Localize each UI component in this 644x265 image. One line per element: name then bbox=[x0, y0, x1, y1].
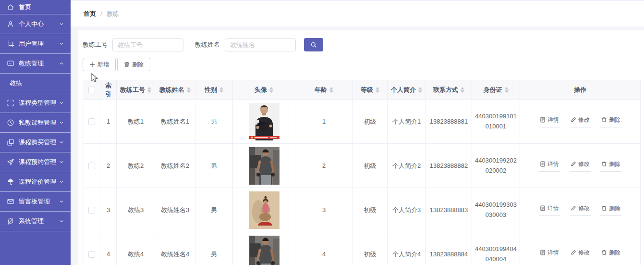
sidebar-item-course-booking-management[interactable]: 课程预约管理 bbox=[0, 152, 71, 172]
sidebar-item-private-course-management[interactable]: 私教课程管理 bbox=[0, 113, 71, 133]
trash-icon bbox=[601, 117, 607, 123]
cell-avatar bbox=[233, 100, 295, 144]
sidebar-item-home[interactable]: 首页 bbox=[0, 0, 71, 14]
cell-level: 初级 bbox=[353, 144, 388, 188]
sidebar-item-coach-management[interactable]: 教练管理 bbox=[0, 54, 71, 74]
cell-age: 2 bbox=[295, 144, 353, 188]
add-button[interactable]: 新增 bbox=[83, 58, 116, 71]
header-intro[interactable]: 个人简介 bbox=[388, 80, 426, 100]
sort-icon[interactable] bbox=[461, 87, 464, 93]
coach-avatar-image[interactable] bbox=[249, 103, 279, 140]
header-level[interactable]: 等级 bbox=[353, 80, 388, 100]
coach-id-input[interactable] bbox=[112, 38, 183, 51]
header-age[interactable]: 年龄 bbox=[295, 80, 353, 100]
trash-icon bbox=[601, 250, 607, 255]
header-label: 个人简介 bbox=[391, 86, 416, 93]
cell-avatar bbox=[233, 144, 295, 188]
coach-id-label: 教练工号 bbox=[83, 40, 108, 49]
coach-avatar-image[interactable] bbox=[249, 236, 279, 265]
detail-button[interactable]: 详情 bbox=[539, 116, 560, 127]
chevron-down-icon bbox=[58, 119, 65, 126]
document-icon bbox=[540, 117, 546, 123]
coach-avatar-image[interactable] bbox=[249, 147, 279, 185]
main-content: 首页 / 教练 教练工号 教练姓名 新增 bbox=[71, 0, 644, 265]
table-row: 3 教练3 教练姓名3 男 bbox=[83, 188, 641, 232]
sort-icon[interactable] bbox=[505, 87, 509, 93]
cell-intro: 个人简介2 bbox=[388, 144, 426, 188]
row-checkbox[interactable] bbox=[88, 251, 95, 258]
chevron-down-icon bbox=[58, 21, 65, 27]
breadcrumb-current: 教练 bbox=[107, 10, 119, 18]
edit-button[interactable]: 修改 bbox=[570, 204, 591, 216]
sidebar-item-label: 留言板管理 bbox=[19, 197, 50, 206]
sidebar: 首页 个人中心 用户管理 教练管理 教练 课程类型管 bbox=[0, 0, 71, 265]
select-all-checkbox[interactable] bbox=[88, 87, 95, 93]
sidebar-item-course-type-management[interactable]: 课程类型管理 bbox=[0, 93, 71, 113]
coach-name-input[interactable] bbox=[225, 38, 296, 51]
header-select-all[interactable] bbox=[83, 80, 100, 100]
sidebar-item-message-board-management[interactable]: 留言板管理 bbox=[0, 192, 71, 212]
sidebar-item-system-management[interactable]: 系统管理 bbox=[0, 212, 71, 231]
sidebar-subitem-coach[interactable]: 教练 bbox=[0, 74, 71, 93]
sort-icon[interactable] bbox=[147, 87, 151, 93]
cell-actions: 详情 修改 删除 bbox=[520, 144, 641, 188]
detail-button[interactable]: 详情 bbox=[539, 204, 560, 216]
sort-icon[interactable] bbox=[269, 87, 273, 93]
breadcrumb-home-link[interactable]: 首页 bbox=[84, 10, 96, 18]
sort-icon[interactable] bbox=[329, 87, 333, 93]
chevron-down-icon bbox=[58, 198, 65, 205]
sidebar-item-course-purchase-management[interactable]: 课程购买管理 bbox=[0, 133, 71, 152]
pen-icon bbox=[571, 161, 576, 167]
pen-icon bbox=[571, 117, 576, 123]
cell-intro: 个人简介1 bbox=[388, 100, 426, 144]
delete-button[interactable]: 删除 bbox=[117, 58, 150, 71]
header-label: 等级 bbox=[361, 86, 373, 93]
row-checkbox[interactable] bbox=[88, 118, 95, 125]
row-delete-button[interactable]: 删除 bbox=[600, 116, 621, 127]
edit-button[interactable]: 修改 bbox=[570, 160, 591, 172]
sort-icon[interactable] bbox=[219, 87, 223, 93]
sort-icon[interactable] bbox=[376, 87, 379, 93]
cell-coach-id: 教练4 bbox=[117, 232, 155, 265]
detail-button[interactable]: 详情 bbox=[539, 249, 560, 260]
row-checkbox[interactable] bbox=[88, 163, 95, 169]
header-avatar[interactable]: 头像 bbox=[233, 80, 295, 100]
document-icon bbox=[540, 205, 546, 211]
sidebar-item-label: 课程类型管理 bbox=[19, 99, 56, 107]
sidebar-item-user-management[interactable]: 用户管理 bbox=[0, 34, 71, 54]
coach-avatar-image[interactable] bbox=[249, 191, 279, 229]
chevron-down-icon bbox=[58, 159, 65, 165]
header-contact[interactable]: 联系方式 bbox=[426, 80, 472, 100]
cell-index: 3 bbox=[100, 188, 117, 232]
header-coach-id[interactable]: 教练工号 bbox=[117, 80, 155, 100]
sidebar-item-course-review-management[interactable]: 课程评价管理 bbox=[0, 172, 71, 192]
row-delete-button[interactable]: 删除 bbox=[600, 249, 621, 260]
header-label: 操作 bbox=[574, 86, 586, 93]
table-row: 2 教练2 教练姓名2 男 bbox=[83, 144, 641, 188]
header-actions: 操作 bbox=[520, 80, 641, 100]
cell-intro: 个人简介4 bbox=[388, 232, 426, 265]
row-delete-button[interactable]: 删除 bbox=[600, 160, 621, 172]
sort-icon[interactable] bbox=[418, 87, 422, 93]
document-icon bbox=[540, 161, 546, 167]
edit-button[interactable]: 修改 bbox=[570, 116, 591, 127]
sidebar-item-label: 教练管理 bbox=[19, 59, 44, 68]
header-coach-name[interactable]: 教练姓名 bbox=[155, 80, 195, 100]
detail-button[interactable]: 详情 bbox=[539, 160, 560, 172]
cell-index: 2 bbox=[100, 144, 117, 188]
header-id-card[interactable]: 身份证 bbox=[472, 80, 520, 100]
row-delete-button[interactable]: 删除 bbox=[600, 204, 621, 216]
cell-contact: 13823888883 bbox=[426, 188, 472, 232]
sidebar-item-personal-center[interactable]: 个人中心 bbox=[0, 14, 71, 34]
sort-icon[interactable] bbox=[187, 87, 191, 93]
plus-icon bbox=[89, 62, 95, 67]
cell-contact: 13823888884 bbox=[426, 232, 472, 265]
header-gender[interactable]: 性别 bbox=[195, 80, 233, 100]
cell-coach-id: 教练3 bbox=[117, 188, 155, 232]
cell-level: 初级 bbox=[353, 100, 388, 144]
search-button[interactable] bbox=[304, 38, 323, 51]
edit-button[interactable]: 修改 bbox=[570, 249, 591, 260]
sidebar-item-label: 系统管理 bbox=[19, 217, 44, 226]
cell-index: 1 bbox=[100, 100, 117, 144]
row-checkbox[interactable] bbox=[88, 207, 95, 214]
